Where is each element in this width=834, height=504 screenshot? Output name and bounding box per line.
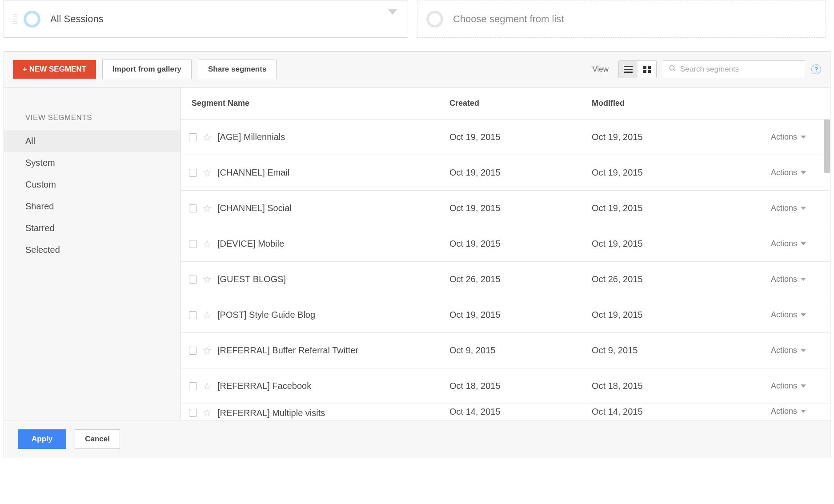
row-checkbox[interactable] bbox=[189, 347, 197, 355]
search-input[interactable] bbox=[680, 65, 799, 74]
sidebar: VIEW SEGMENTS AllSystemCustomSharedStarr… bbox=[4, 88, 181, 420]
chevron-down-icon bbox=[801, 410, 806, 413]
row-checkbox[interactable] bbox=[189, 240, 197, 248]
sidebar-item-selected[interactable]: Selected bbox=[4, 239, 180, 261]
segment-created: Oct 19, 2015 bbox=[449, 203, 592, 213]
drag-handle-icon[interactable] bbox=[13, 10, 17, 28]
view-list-button[interactable] bbox=[619, 61, 638, 78]
svg-line-1 bbox=[674, 69, 675, 71]
segment-modified: Oct 14, 2015 bbox=[592, 407, 732, 417]
col-header-created: Created bbox=[449, 99, 592, 108]
table-row: ☆[REFERRAL] FacebookOct 18, 2015Oct 18, … bbox=[181, 368, 830, 404]
segment-card-all-sessions[interactable]: All Sessions bbox=[4, 0, 408, 38]
view-toggle bbox=[618, 60, 657, 78]
grid-icon bbox=[643, 66, 651, 73]
new-segment-button[interactable]: + NEW SEGMENT bbox=[13, 60, 96, 79]
svg-point-0 bbox=[670, 65, 674, 70]
sidebar-item-starred[interactable]: Starred bbox=[4, 217, 180, 239]
cancel-button[interactable]: Cancel bbox=[75, 429, 120, 449]
star-icon[interactable]: ☆ bbox=[202, 407, 212, 419]
actions-button[interactable]: Actions bbox=[771, 346, 806, 355]
segment-modified: Oct 19, 2015 bbox=[592, 239, 732, 249]
star-icon[interactable]: ☆ bbox=[202, 131, 212, 144]
segments-panel: + NEW SEGMENT Import from gallery Share … bbox=[4, 51, 830, 458]
segment-modified: Oct 18, 2015 bbox=[592, 381, 732, 391]
actions-button[interactable]: Actions bbox=[771, 168, 806, 177]
toolbar: + NEW SEGMENT Import from gallery Share … bbox=[4, 52, 830, 87]
actions-button[interactable]: Actions bbox=[771, 381, 806, 391]
sidebar-item-system[interactable]: System bbox=[4, 152, 180, 174]
segment-modified: Oct 19, 2015 bbox=[592, 310, 732, 320]
row-checkbox[interactable] bbox=[189, 382, 197, 390]
footer: Apply Cancel bbox=[4, 420, 830, 458]
table-row: ☆[AGE] MillennialsOct 19, 2015Oct 19, 20… bbox=[181, 120, 830, 155]
star-icon[interactable]: ☆ bbox=[202, 202, 212, 215]
star-icon[interactable]: ☆ bbox=[202, 273, 212, 286]
segment-name[interactable]: [REFERRAL] Buffer Referral Twitter bbox=[217, 345, 358, 356]
actions-button[interactable]: Actions bbox=[771, 275, 806, 284]
row-checkbox[interactable] bbox=[189, 204, 197, 212]
segment-modified: Oct 19, 2015 bbox=[592, 203, 732, 213]
apply-button[interactable]: Apply bbox=[18, 429, 66, 449]
chevron-down-icon bbox=[801, 349, 806, 352]
segment-name[interactable]: [AGE] Millennials bbox=[217, 132, 285, 142]
star-icon[interactable]: ☆ bbox=[202, 167, 212, 179]
actions-button[interactable]: Actions bbox=[771, 310, 806, 320]
col-header-modified: Modified bbox=[592, 99, 732, 108]
table-row: ☆[REFERRAL] Buffer Referral TwitterOct 9… bbox=[181, 333, 830, 368]
segment-modified: Oct 19, 2015 bbox=[592, 168, 732, 178]
segment-created: Oct 19, 2015 bbox=[449, 168, 592, 178]
chevron-down-icon bbox=[801, 171, 806, 174]
actions-button[interactable]: Actions bbox=[771, 204, 806, 213]
segment-name[interactable]: [CHANNEL] Social bbox=[217, 203, 292, 213]
star-icon[interactable]: ☆ bbox=[202, 309, 212, 321]
row-checkbox[interactable] bbox=[189, 276, 197, 284]
table-row: ☆[DEVICE] MobileOct 19, 2015Oct 19, 2015… bbox=[181, 226, 830, 262]
sidebar-item-all[interactable]: All bbox=[4, 130, 180, 152]
segment-name[interactable]: [REFERRAL] Facebook bbox=[217, 381, 311, 391]
star-icon[interactable]: ☆ bbox=[202, 238, 212, 250]
star-icon[interactable]: ☆ bbox=[202, 380, 212, 392]
view-label: View bbox=[592, 65, 609, 74]
table-row: ☆[CHANNEL] EmailOct 19, 2015Oct 19, 2015… bbox=[181, 155, 830, 191]
segment-name[interactable]: [GUEST BLOGS] bbox=[217, 274, 286, 284]
segment-name[interactable]: [CHANNEL] Email bbox=[217, 168, 289, 178]
chevron-down-icon bbox=[801, 207, 806, 210]
sidebar-item-custom[interactable]: Custom bbox=[4, 174, 180, 196]
row-checkbox[interactable] bbox=[189, 409, 197, 417]
scrollbar-thumb[interactable] bbox=[824, 120, 830, 173]
search-icon bbox=[669, 64, 677, 75]
actions-button[interactable]: Actions bbox=[771, 239, 806, 248]
import-from-gallery-button[interactable]: Import from gallery bbox=[102, 60, 192, 79]
table-row: ☆[REFERRAL] Multiple visitsOct 14, 2015O… bbox=[181, 404, 830, 420]
segment-card-title: All Sessions bbox=[50, 13, 104, 25]
list-icon bbox=[624, 66, 633, 73]
search-segments-box[interactable] bbox=[663, 60, 805, 78]
view-grid-button[interactable] bbox=[638, 61, 656, 78]
chevron-down-icon bbox=[801, 278, 806, 281]
segment-name[interactable]: [DEVICE] Mobile bbox=[217, 239, 284, 249]
col-header-name: Segment Name bbox=[192, 99, 249, 108]
row-checkbox[interactable] bbox=[189, 169, 197, 177]
actions-button[interactable]: Actions bbox=[771, 132, 806, 142]
actions-button[interactable]: Actions bbox=[771, 407, 806, 416]
row-checkbox[interactable] bbox=[189, 133, 197, 141]
segment-card-placeholder[interactable]: Choose segment from list bbox=[417, 0, 826, 38]
segment-name[interactable]: [REFERRAL] Multiple visits bbox=[217, 408, 325, 418]
segment-created: Oct 19, 2015 bbox=[449, 132, 592, 142]
table-row: ☆[CHANNEL] SocialOct 19, 2015Oct 19, 201… bbox=[181, 191, 830, 226]
table-header-row: Segment Name Created Modified bbox=[181, 88, 830, 120]
sidebar-item-shared[interactable]: Shared bbox=[4, 196, 180, 217]
row-checkbox[interactable] bbox=[189, 311, 197, 319]
segment-name[interactable]: [POST] Style Guide Blog bbox=[217, 310, 315, 320]
segment-created: Oct 14, 2015 bbox=[449, 407, 592, 417]
donut-icon bbox=[426, 11, 443, 28]
chevron-down-icon[interactable] bbox=[388, 9, 397, 15]
segment-modified: Oct 19, 2015 bbox=[592, 132, 732, 142]
segment-created: Oct 18, 2015 bbox=[449, 381, 592, 391]
segment-created: Oct 19, 2015 bbox=[449, 310, 592, 320]
star-icon[interactable]: ☆ bbox=[202, 344, 212, 357]
share-segments-button[interactable]: Share segments bbox=[198, 60, 277, 79]
help-icon[interactable]: ? bbox=[811, 64, 821, 74]
segment-created: Oct 9, 2015 bbox=[449, 345, 592, 356]
